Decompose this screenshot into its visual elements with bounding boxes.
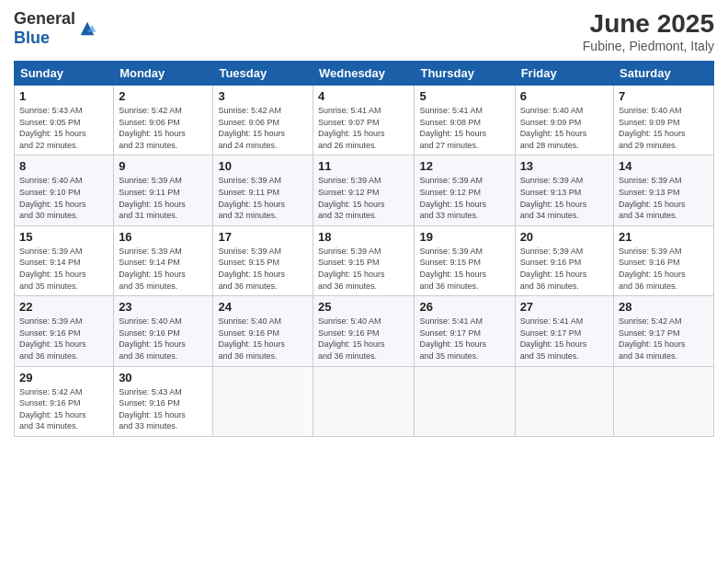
day-number: 23 [119,300,208,314]
day-number: 28 [619,300,709,314]
calendar-week-5: 29Sunrise: 5:42 AM Sunset: 9:16 PM Dayli… [15,366,714,436]
calendar-cell: 3Sunrise: 5:42 AM Sunset: 9:06 PM Daylig… [213,86,313,155]
day-number: 13 [520,159,609,173]
day-info: Sunrise: 5:41 AM Sunset: 9:17 PM Dayligh… [520,316,609,362]
day-info: Sunrise: 5:42 AM Sunset: 9:06 PM Dayligh… [218,105,308,151]
day-number: 11 [318,159,409,173]
calendar-cell: 1Sunrise: 5:43 AM Sunset: 9:05 PM Daylig… [15,86,114,155]
day-info: Sunrise: 5:39 AM Sunset: 9:11 PM Dayligh… [119,175,208,221]
day-number: 17 [218,230,308,244]
day-number: 7 [619,89,709,103]
day-info: Sunrise: 5:41 AM Sunset: 9:08 PM Dayligh… [419,105,509,151]
day-info: Sunrise: 5:40 AM Sunset: 9:09 PM Dayligh… [520,105,609,151]
weekday-header-wednesday: Wednesday [313,62,415,86]
day-info: Sunrise: 5:39 AM Sunset: 9:14 PM Dayligh… [119,246,208,292]
day-number: 30 [119,371,208,385]
calendar-cell: 10Sunrise: 5:39 AM Sunset: 9:11 PM Dayli… [213,155,313,225]
logo-text: General Blue [14,9,75,48]
day-info: Sunrise: 5:41 AM Sunset: 9:17 PM Dayligh… [419,316,509,362]
weekday-header-tuesday: Tuesday [213,62,313,86]
calendar-week-1: 1Sunrise: 5:43 AM Sunset: 9:05 PM Daylig… [15,86,714,155]
day-number: 29 [19,371,108,385]
day-info: Sunrise: 5:39 AM Sunset: 9:16 PM Dayligh… [619,246,709,292]
day-number: 9 [119,159,208,173]
calendar-cell: 22Sunrise: 5:39 AM Sunset: 9:16 PM Dayli… [15,296,114,366]
logo-general: General [14,9,75,28]
weekday-header-saturday: Saturday [614,62,714,86]
day-number: 19 [419,230,509,244]
day-info: Sunrise: 5:39 AM Sunset: 9:11 PM Dayligh… [218,175,308,221]
calendar-cell: 14Sunrise: 5:39 AM Sunset: 9:13 PM Dayli… [614,155,714,225]
day-number: 14 [619,159,709,173]
day-number: 21 [619,230,709,244]
calendar-cell: 16Sunrise: 5:39 AM Sunset: 9:14 PM Dayli… [114,225,213,295]
calendar-cell [614,366,714,436]
calendar-cell: 8Sunrise: 5:40 AM Sunset: 9:10 PM Daylig… [15,155,114,225]
day-info: Sunrise: 5:39 AM Sunset: 9:13 PM Dayligh… [520,175,609,221]
calendar-cell: 27Sunrise: 5:41 AM Sunset: 9:17 PM Dayli… [515,296,613,366]
day-info: Sunrise: 5:40 AM Sunset: 9:09 PM Dayligh… [619,105,709,151]
header: General Blue June 2025 Fubine, Piedmont,… [14,9,714,53]
day-number: 22 [19,300,108,314]
day-number: 6 [520,89,609,103]
calendar-cell: 12Sunrise: 5:39 AM Sunset: 9:12 PM Dayli… [415,155,515,225]
calendar-cell: 25Sunrise: 5:40 AM Sunset: 9:16 PM Dayli… [313,296,415,366]
logo-blue: Blue [14,29,50,47]
day-number: 12 [419,159,509,173]
day-info: Sunrise: 5:40 AM Sunset: 9:16 PM Dayligh… [218,316,308,362]
calendar-cell: 13Sunrise: 5:39 AM Sunset: 9:13 PM Dayli… [515,155,613,225]
day-info: Sunrise: 5:39 AM Sunset: 9:16 PM Dayligh… [520,246,609,292]
day-number: 8 [19,159,108,173]
day-info: Sunrise: 5:39 AM Sunset: 9:16 PM Dayligh… [19,316,108,362]
calendar-cell: 17Sunrise: 5:39 AM Sunset: 9:15 PM Dayli… [213,225,313,295]
calendar-week-2: 8Sunrise: 5:40 AM Sunset: 9:10 PM Daylig… [15,155,714,225]
calendar-cell [415,366,515,436]
calendar-cell: 2Sunrise: 5:42 AM Sunset: 9:06 PM Daylig… [114,86,213,155]
day-info: Sunrise: 5:39 AM Sunset: 9:12 PM Dayligh… [318,175,409,221]
title-block: June 2025 Fubine, Piedmont, Italy [583,9,714,53]
logo-icon [77,18,97,39]
calendar-cell: 4Sunrise: 5:41 AM Sunset: 9:07 PM Daylig… [313,86,415,155]
calendar-cell [213,366,313,436]
day-number: 1 [19,89,108,103]
calendar-cell: 20Sunrise: 5:39 AM Sunset: 9:16 PM Dayli… [515,225,613,295]
calendar-cell [515,366,613,436]
day-number: 2 [119,89,208,103]
calendar-cell: 6Sunrise: 5:40 AM Sunset: 9:09 PM Daylig… [515,86,613,155]
calendar-cell: 15Sunrise: 5:39 AM Sunset: 9:14 PM Dayli… [15,225,114,295]
calendar-cell: 30Sunrise: 5:43 AM Sunset: 9:16 PM Dayli… [114,366,213,436]
day-number: 16 [119,230,208,244]
day-info: Sunrise: 5:42 AM Sunset: 9:17 PM Dayligh… [619,316,709,362]
weekday-header-monday: Monday [114,62,213,86]
day-info: Sunrise: 5:39 AM Sunset: 9:15 PM Dayligh… [419,246,509,292]
day-number: 10 [218,159,308,173]
calendar-cell: 18Sunrise: 5:39 AM Sunset: 9:15 PM Dayli… [313,225,415,295]
calendar-cell: 9Sunrise: 5:39 AM Sunset: 9:11 PM Daylig… [114,155,213,225]
calendar-cell: 19Sunrise: 5:39 AM Sunset: 9:15 PM Dayli… [415,225,515,295]
day-info: Sunrise: 5:39 AM Sunset: 9:13 PM Dayligh… [619,175,709,221]
month-title: June 2025 [583,9,714,39]
calendar-week-3: 15Sunrise: 5:39 AM Sunset: 9:14 PM Dayli… [15,225,714,295]
calendar-table: SundayMondayTuesdayWednesdayThursdayFrid… [14,61,714,437]
calendar-cell: 28Sunrise: 5:42 AM Sunset: 9:17 PM Dayli… [614,296,714,366]
day-info: Sunrise: 5:43 AM Sunset: 9:16 PM Dayligh… [119,386,208,432]
day-number: 4 [318,89,409,103]
calendar-cell: 21Sunrise: 5:39 AM Sunset: 9:16 PM Dayli… [614,225,714,295]
day-number: 20 [520,230,609,244]
calendar-cell [313,366,415,436]
weekday-header-row: SundayMondayTuesdayWednesdayThursdayFrid… [15,62,714,86]
calendar-cell: 29Sunrise: 5:42 AM Sunset: 9:16 PM Dayli… [15,366,114,436]
day-number: 24 [218,300,308,314]
calendar-cell: 11Sunrise: 5:39 AM Sunset: 9:12 PM Dayli… [313,155,415,225]
day-info: Sunrise: 5:40 AM Sunset: 9:16 PM Dayligh… [119,316,208,362]
weekday-header-friday: Friday [515,62,613,86]
day-number: 18 [318,230,409,244]
day-info: Sunrise: 5:43 AM Sunset: 9:05 PM Dayligh… [19,105,108,151]
calendar-cell: 23Sunrise: 5:40 AM Sunset: 9:16 PM Dayli… [114,296,213,366]
calendar-cell: 24Sunrise: 5:40 AM Sunset: 9:16 PM Dayli… [213,296,313,366]
day-info: Sunrise: 5:39 AM Sunset: 9:15 PM Dayligh… [318,246,409,292]
day-info: Sunrise: 5:39 AM Sunset: 9:14 PM Dayligh… [19,246,108,292]
calendar-week-4: 22Sunrise: 5:39 AM Sunset: 9:16 PM Dayli… [15,296,714,366]
day-info: Sunrise: 5:39 AM Sunset: 9:15 PM Dayligh… [218,246,308,292]
day-number: 15 [19,230,108,244]
